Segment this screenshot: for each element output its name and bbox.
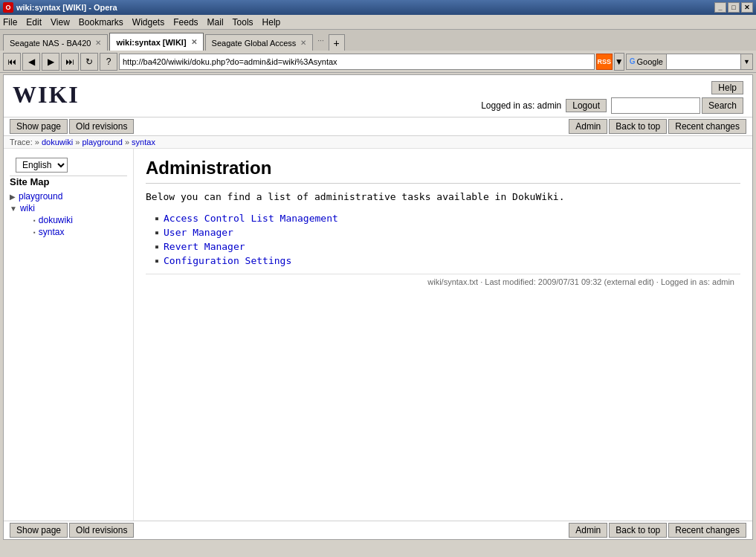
breadcrumb-playground[interactable]: playground: [82, 138, 122, 147]
menu-feeds[interactable]: Feeds: [173, 17, 198, 28]
sidebar-item-playground: ▶ playground: [10, 190, 127, 202]
breadcrumb-dokuwiki[interactable]: dokuwiki: [42, 138, 73, 147]
revert-manager-link[interactable]: Revert Manager: [164, 241, 245, 252]
nav-reload-button[interactable]: ↻: [80, 53, 98, 71]
menu-help[interactable]: Help: [262, 17, 281, 28]
breadcrumb: Trace: » dokuwiki » playground » syntax: [4, 136, 752, 149]
admin-button-top[interactable]: Admin: [569, 119, 607, 134]
tree-dot-icon-2: ▪: [33, 229, 36, 236]
breadcrumb-syntax[interactable]: syntax: [132, 138, 155, 147]
lang-selector: English: [10, 155, 127, 176]
old-revisions-button-top[interactable]: Old revisions: [69, 119, 134, 134]
show-page-button-bottom[interactable]: Show page: [10, 523, 68, 538]
list-item-user-manager: User Manager: [155, 225, 740, 239]
search-engine-label: Google: [637, 57, 663, 66]
admin-button-bottom[interactable]: Admin: [569, 523, 607, 538]
wiki-header: WIKI Help Logged in as: admin Logout Sea…: [4, 75, 752, 117]
menu-file[interactable]: File: [3, 17, 17, 28]
app-icon: O: [3, 2, 13, 13]
recent-changes-button-bottom[interactable]: Recent changes: [668, 523, 746, 538]
menu-mail[interactable]: Mail: [207, 17, 224, 28]
top-toolbar: Show page Old revisions Admin Back to to…: [4, 117, 752, 136]
maximize-button[interactable]: □: [728, 2, 740, 13]
config-settings-link[interactable]: Configuration Settings: [164, 255, 291, 266]
toolbar-right-group: Admin Back to top Recent changes: [569, 119, 746, 134]
tab-close-wiki-syntax[interactable]: ✕: [191, 38, 197, 46]
address-bar[interactable]: http://ba420/wiwiki/doku.php?do=admin&id…: [119, 54, 595, 70]
menu-bookmarks[interactable]: Bookmarks: [79, 17, 123, 28]
recent-changes-button-top[interactable]: Recent changes: [668, 119, 746, 134]
list-item-acl: Access Control List Management: [155, 211, 740, 225]
address-text: http://ba420/wiwiki/doku.php?do=admin&id…: [123, 57, 337, 66]
menu-edit[interactable]: Edit: [26, 17, 42, 28]
back-to-top-button-top[interactable]: Back to top: [609, 119, 667, 134]
wiki-body: English Site Map ▶ playground ▼ wiki ▪ d…: [4, 149, 752, 521]
login-bar: Logged in as: admin Logout Search: [481, 97, 743, 114]
add-tab-button[interactable]: +: [329, 34, 345, 51]
tree-dot-icon: ▪: [33, 217, 36, 224]
menu-bar: File Edit View Bookmarks Widgets Feeds M…: [0, 15, 756, 30]
user-manager-link[interactable]: User Manager: [164, 227, 233, 238]
tab-bar: Seagate NAS - BA420 ✕ wiki:syntax [WIKI]…: [0, 30, 756, 51]
rss-dropdown[interactable]: ▼: [614, 53, 624, 71]
bottom-toolbar-right-group: Admin Back to top Recent changes: [569, 523, 746, 538]
acl-link[interactable]: Access Control List Management: [164, 213, 338, 224]
tab-label: Seagate NAS - BA420: [10, 39, 91, 48]
nav-search-input[interactable]: [667, 54, 741, 70]
nav-bar: ⏮ ◀ ▶ ⏭ ↻ ? http://ba420/wiwiki/doku.php…: [0, 51, 756, 73]
rss-button[interactable]: RSS: [596, 54, 613, 70]
back-to-top-button-bottom[interactable]: Back to top: [609, 523, 667, 538]
menu-tools[interactable]: Tools: [233, 17, 253, 28]
sidebar-title: Site Map: [10, 176, 127, 187]
close-button[interactable]: ✕: [741, 2, 753, 13]
toolbar-left-group: Show page Old revisions: [10, 119, 134, 134]
search-engine-button[interactable]: G Google: [626, 54, 667, 70]
show-page-button-top[interactable]: Show page: [10, 119, 68, 134]
nav-first-button[interactable]: ⏮: [3, 53, 21, 71]
language-select[interactable]: English: [16, 158, 68, 173]
page-intro: Below you can find a list of administrat…: [146, 191, 740, 202]
menu-widgets[interactable]: Widgets: [132, 17, 164, 28]
minimize-button[interactable]: _: [714, 2, 726, 13]
wiki-logo: WIKI: [13, 81, 80, 109]
browser-content: WIKI Help Logged in as: admin Logout Sea…: [3, 74, 753, 540]
logout-button[interactable]: Logout: [566, 99, 607, 112]
sidebar-link-dokuwiki[interactable]: dokuwiki: [39, 215, 73, 225]
login-status: Logged in as: admin: [481, 100, 561, 111]
sidebar-link-syntax[interactable]: syntax: [39, 227, 65, 237]
nav-stop-button[interactable]: ?: [100, 53, 117, 71]
breadcrumb-label: Trace:: [10, 138, 33, 147]
admin-links-list: Access Control List Management User Mana…: [155, 211, 740, 268]
wiki-search-button[interactable]: Search: [702, 97, 743, 114]
wiki-search-input[interactable]: [611, 97, 700, 114]
help-button[interactable]: Help: [711, 81, 743, 94]
tab-label: wiki:syntax [WIKI]: [116, 38, 186, 47]
search-box: G Google ▼: [626, 54, 753, 70]
page-footer: wiki/syntax.txt · Last modified: 2009/07…: [146, 274, 740, 289]
title-bar: O wiki:syntax [WIKI] - Opera _ □ ✕: [0, 0, 756, 15]
sidebar-tree: ▶ playground ▼ wiki ▪ dokuwiki ▪ syntax: [10, 190, 127, 238]
sidebar-link-playground[interactable]: playground: [19, 191, 62, 202]
bottom-toolbar: Show page Old revisions Admin Back to to…: [4, 521, 752, 539]
nav-last-button[interactable]: ⏭: [61, 53, 79, 71]
sidebar-item-syntax: ▪ syntax: [25, 226, 127, 238]
page-title: Administration: [146, 158, 740, 184]
bottom-toolbar-left-group: Show page Old revisions: [10, 523, 134, 538]
nav-back-button[interactable]: ◀: [22, 53, 40, 71]
tab-close-seagate-nas[interactable]: ✕: [95, 39, 101, 47]
tab-seagate-global[interactable]: Seagate Global Access ✕: [205, 34, 314, 51]
sidebar-link-wiki[interactable]: wiki: [20, 203, 35, 213]
tree-arrow-icon: ▶: [10, 193, 16, 201]
search-dropdown-button[interactable]: ▼: [741, 54, 753, 70]
tab-overflow[interactable]: ···: [314, 36, 326, 45]
tab-label: Seagate Global Access: [212, 39, 297, 48]
page-content: Administration Below you can find a list…: [134, 149, 752, 521]
sidebar: English Site Map ▶ playground ▼ wiki ▪ d…: [4, 149, 134, 521]
tab-wiki-syntax[interactable]: wiki:syntax [WIKI] ✕: [109, 33, 203, 51]
tab-seagate-nas[interactable]: Seagate NAS - BA420 ✕: [3, 34, 108, 51]
old-revisions-button-bottom[interactable]: Old revisions: [69, 523, 134, 538]
tab-close-seagate-global[interactable]: ✕: [300, 39, 306, 47]
menu-view[interactable]: View: [51, 17, 70, 28]
nav-forward-button[interactable]: ▶: [42, 53, 59, 71]
list-item-revert-manager: Revert Manager: [155, 239, 740, 254]
